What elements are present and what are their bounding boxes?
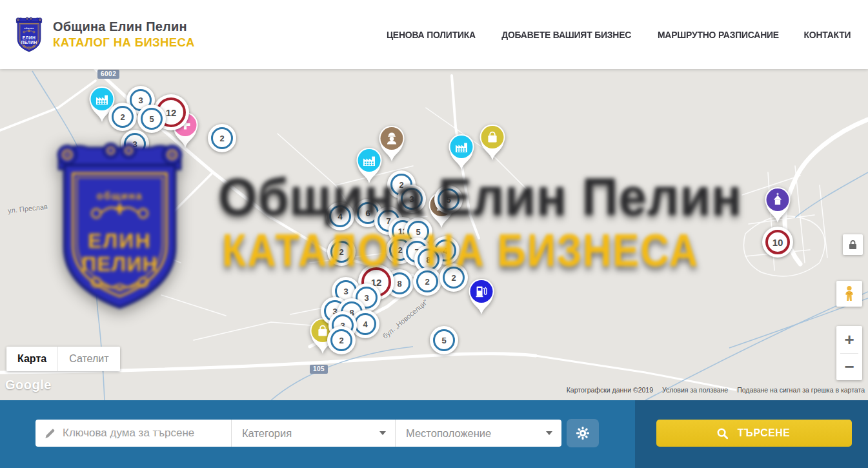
cluster-marker[interactable]: 3 bbox=[121, 130, 149, 158]
cluster-marker[interactable]: 4 bbox=[326, 202, 354, 230]
attribution-terms-link[interactable]: Условия за ползване bbox=[662, 386, 728, 394]
cluster-marker[interactable]: 2 bbox=[327, 238, 356, 266]
lock-control-button[interactable] bbox=[843, 234, 863, 255]
cluster-marker[interactable]: 2 bbox=[327, 326, 356, 354]
search-icon bbox=[716, 427, 729, 440]
keyword-input[interactable] bbox=[63, 427, 231, 440]
road-number-badge: 105 bbox=[310, 365, 328, 374]
zoom-in-button[interactable]: + bbox=[836, 326, 862, 353]
lock-icon bbox=[848, 239, 858, 250]
header: Община Елин Пелин КАТАЛОГ НА БИЗНЕСА ЦЕН… bbox=[0, 0, 868, 69]
bag-pin[interactable] bbox=[477, 121, 508, 161]
fuel-pin[interactable] bbox=[466, 276, 497, 316]
zoom-out-button[interactable]: − bbox=[836, 354, 862, 381]
main-nav: ЦЕНОВА ПОЛИТИКА ДОБАВЕТЕ ВАШИЯТ БИЗНЕС М… bbox=[385, 30, 852, 40]
google-logo[interactable]: Google bbox=[5, 378, 52, 392]
cluster-marker[interactable]: 2 bbox=[208, 124, 236, 152]
worker-pin[interactable] bbox=[376, 123, 407, 163]
map-type-control: Карта Сателит bbox=[6, 347, 120, 371]
gear-icon bbox=[575, 425, 590, 441]
category-select[interactable]: Категория bbox=[231, 420, 395, 447]
cluster-marker[interactable]: 3 bbox=[398, 185, 426, 213]
chevron-down-icon bbox=[546, 431, 552, 435]
cluster-marker[interactable]: 2 bbox=[413, 267, 441, 296]
cluster-marker[interactable]: 5 bbox=[137, 105, 166, 133]
nav-link-pricing[interactable]: ЦЕНОВА ПОЛИТИКА bbox=[387, 30, 476, 40]
map-attribution: Картографски данни ©2019 Условия за полз… bbox=[567, 386, 865, 394]
attribution-report-link[interactable]: Подаване на сигнал за грешка в картата bbox=[737, 386, 865, 394]
search-panel: Категория Местоположение bbox=[0, 400, 868, 468]
search-fields: Категория Местоположение bbox=[35, 420, 561, 447]
location-select[interactable]: Местоположение bbox=[395, 420, 561, 447]
nav-link-contacts[interactable]: КОНТАКТИ bbox=[804, 30, 851, 40]
map-type-satellite-button[interactable]: Сателит bbox=[57, 347, 119, 371]
cluster-marker[interactable]: 10 bbox=[762, 227, 793, 258]
church-pin[interactable] bbox=[762, 184, 793, 224]
google-map[interactable]: 6002105ул. Преславбул. „Новоселци" bbox=[0, 69, 868, 400]
cluster-marker[interactable]: 5 bbox=[430, 326, 458, 354]
cluster-marker[interactable]: 5 bbox=[434, 185, 463, 214]
logo[interactable]: Община Елин Пелин КАТАЛОГ НА БИЗНЕСА bbox=[14, 16, 195, 54]
chevron-down-icon bbox=[379, 431, 386, 435]
attribution-copyright: Картографски данни ©2019 bbox=[567, 386, 653, 394]
cluster-marker[interactable]: 2 bbox=[439, 263, 468, 292]
zoom-control: + − bbox=[836, 326, 862, 380]
advanced-settings-button[interactable] bbox=[567, 419, 599, 447]
map-type-map-button[interactable]: Карта bbox=[6, 347, 57, 371]
site-title: Община Елин Пелин bbox=[53, 19, 195, 34]
search-button[interactable]: ТЪРСЕНЕ bbox=[656, 420, 852, 447]
site-subtitle: КАТАЛОГ НА БИЗНЕСА bbox=[53, 36, 195, 50]
cluster-marker[interactable]: 2 bbox=[108, 103, 137, 131]
pegman-icon bbox=[842, 285, 856, 302]
pencil-icon bbox=[44, 427, 56, 440]
pegman-button[interactable] bbox=[836, 281, 862, 307]
keyword-field-wrap bbox=[35, 420, 231, 447]
municipality-crest-icon bbox=[14, 16, 44, 54]
nav-link-route-schedule[interactable]: МАРШРУТНО РАЗПИСАНИЕ bbox=[658, 30, 779, 40]
nav-link-add-business[interactable]: ДОБАВЕТЕ ВАШИЯТ БИЗНЕС bbox=[501, 30, 631, 40]
road-number-badge: 6002 bbox=[97, 70, 119, 79]
factory-pin[interactable] bbox=[446, 131, 477, 171]
